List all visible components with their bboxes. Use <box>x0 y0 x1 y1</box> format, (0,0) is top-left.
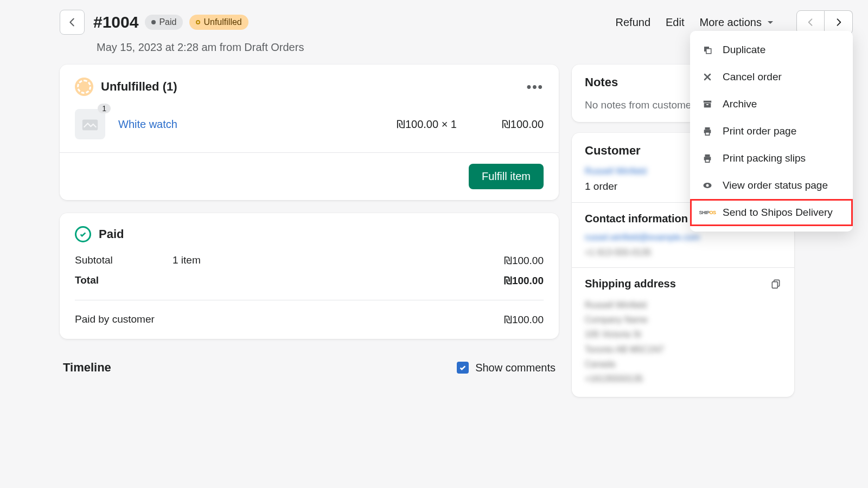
order-number: #1004 <box>93 13 138 31</box>
product-thumbnail: 1 <box>75 109 105 139</box>
menu-archive[interactable]: Archive <box>690 91 853 118</box>
close-icon <box>702 73 713 81</box>
ship-street: 105 Victoria St <box>585 327 781 342</box>
unfulfilled-status-icon <box>75 78 93 96</box>
subtotal-qty: 1 item <box>173 254 457 267</box>
customer-phone: +1 613-555-0135 <box>585 248 781 258</box>
menu-print-order[interactable]: Print order page <box>690 118 853 145</box>
show-comments-label: Show comments <box>475 362 556 374</box>
line-item-price-qty: ₪100.00 × 1 <box>397 118 457 131</box>
paid-status-icon <box>75 226 91 242</box>
menu-print-packing[interactable]: Print packing slips <box>690 145 853 172</box>
menu-send-shipos[interactable]: SHIPOS Send to Shipos Delivery <box>690 199 853 226</box>
shipos-icon: SHIPOS <box>702 210 713 215</box>
ship-city: Toronto AB M5C1N7 <box>585 342 781 357</box>
print-icon <box>702 126 713 136</box>
ship-company: Company Name <box>585 312 781 327</box>
svg-rect-7 <box>704 101 711 103</box>
timeline-heading: Timeline <box>63 361 111 375</box>
more-actions-button[interactable]: More actions <box>700 16 775 29</box>
svg-point-17 <box>706 184 709 187</box>
ship-phone-2: +16135550135 <box>585 371 781 386</box>
show-comments-checkbox[interactable] <box>457 362 469 374</box>
total-label: Total <box>75 274 173 287</box>
print-icon <box>702 153 713 163</box>
svg-rect-13 <box>705 155 710 157</box>
product-link[interactable]: White watch <box>118 118 177 131</box>
menu-view-status[interactable]: View order status page <box>690 172 853 199</box>
svg-rect-8 <box>704 103 711 107</box>
customer-email[interactable]: russel.winfield@example.com <box>585 233 781 242</box>
svg-rect-6 <box>706 49 711 54</box>
line-item-total: ₪100.00 <box>457 118 544 131</box>
unfulfilled-heading: Unfulfilled (1) <box>101 80 177 94</box>
unfulfilled-badge: Unfulfilled <box>189 15 248 30</box>
subtotal-label: Subtotal <box>75 254 173 267</box>
ship-name: Russell Winfield <box>585 298 781 312</box>
paid-by-customer-label: Paid by customer <box>75 313 457 326</box>
shipping-address-heading: Shipping address <box>585 278 781 290</box>
line-item: 1 White watch ₪100.00 × 1 ₪100.00 <box>75 109 544 139</box>
copy-address-icon[interactable] <box>770 278 781 289</box>
svg-rect-10 <box>705 127 710 130</box>
menu-duplicate[interactable]: Duplicate <box>690 36 853 63</box>
archive-icon <box>702 99 713 109</box>
paid-badge: Paid <box>145 15 183 30</box>
paid-by-customer-amount: ₪100.00 <box>457 313 544 326</box>
svg-rect-12 <box>705 132 709 135</box>
eye-icon <box>702 180 713 191</box>
menu-cancel-order[interactable]: Cancel order <box>690 63 853 91</box>
edit-button[interactable]: Edit <box>666 16 684 29</box>
svg-rect-15 <box>705 159 709 162</box>
unfulfilled-overflow-button[interactable]: ••• <box>527 79 544 94</box>
back-button[interactable] <box>60 10 85 35</box>
more-actions-menu: Duplicate Cancel order Archive Print ord… <box>690 31 853 232</box>
total-amount: ₪100.00 <box>457 274 544 287</box>
caret-down-icon <box>766 18 775 27</box>
duplicate-icon <box>702 45 713 55</box>
refund-button[interactable]: Refund <box>616 16 651 29</box>
fulfill-item-button[interactable]: Fulfill item <box>469 164 544 189</box>
svg-rect-9 <box>706 104 709 105</box>
thumbnail-count: 1 <box>98 104 111 113</box>
subtotal-amount: ₪100.00 <box>457 254 544 267</box>
paid-heading: Paid <box>99 227 124 241</box>
svg-rect-4 <box>772 282 777 288</box>
ship-country: Canada <box>585 357 781 371</box>
